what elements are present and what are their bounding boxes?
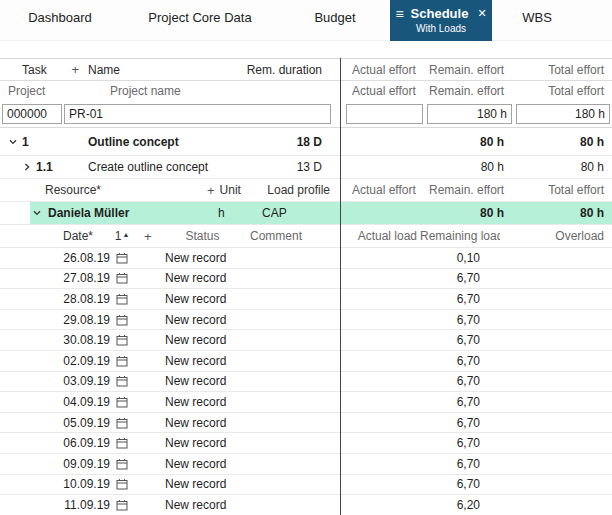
status-value: New record bbox=[160, 354, 245, 368]
calendar-icon[interactable] bbox=[112, 375, 132, 387]
calendar-icon[interactable] bbox=[112, 458, 132, 470]
table-row-load[interactable]: 11.09.19 New record 6,20 bbox=[0, 495, 612, 515]
table-row-load[interactable]: 30.08.19 New record 6,70 bbox=[0, 330, 612, 351]
project-total-effort-input[interactable]: 180 h bbox=[516, 104, 610, 124]
add-resource-icon[interactable]: + bbox=[207, 183, 215, 198]
calendar-icon[interactable] bbox=[112, 437, 132, 449]
table-row-resource[interactable]: Daniela Müller h CAP 80 h 80 h bbox=[0, 202, 612, 225]
date-value[interactable]: 03.09.19 bbox=[45, 374, 112, 388]
table-row-load[interactable]: 02.09.19 New record 6,70 bbox=[0, 351, 612, 372]
date-value[interactable]: 26.08.19 bbox=[45, 251, 112, 265]
task-name[interactable]: Create outline concept bbox=[85, 160, 232, 174]
table-row-load[interactable]: 27.08.19 New record 6,70 bbox=[0, 269, 612, 290]
date-value[interactable]: 11.09.19 bbox=[45, 498, 112, 512]
remaining-load-value[interactable]: 6,70 bbox=[420, 436, 484, 450]
date-value[interactable]: 29.08.19 bbox=[45, 313, 112, 327]
sort-indicator[interactable]: 1▲ bbox=[112, 229, 132, 243]
table-row-load[interactable]: 04.09.19 New record 6,70 bbox=[0, 392, 612, 413]
project-remain-effort-input[interactable]: 180 h bbox=[427, 104, 512, 124]
date-value[interactable]: 30.08.19 bbox=[45, 333, 112, 347]
table-row-task-1[interactable]: 1 Outline concept 18 D 80 h 80 h bbox=[0, 128, 612, 156]
calendar-icon[interactable] bbox=[112, 499, 132, 511]
date-value[interactable]: 05.09.19 bbox=[45, 416, 112, 430]
menu-icon[interactable]: ≡ bbox=[395, 7, 403, 21]
task-column-header: Task + bbox=[0, 62, 85, 77]
remain-effort-column-header: Remain. effort bbox=[426, 183, 512, 197]
table-row-load[interactable]: 06.09.19 New record 6,70 bbox=[0, 433, 612, 454]
calendar-icon[interactable] bbox=[112, 314, 132, 326]
close-icon[interactable]: ✕ bbox=[477, 7, 486, 20]
add-task-icon[interactable]: + bbox=[71, 62, 79, 77]
remain-effort-subheader: Remain. effort bbox=[426, 84, 512, 98]
total-effort-subheader: Total effort bbox=[512, 84, 612, 98]
resource-total-effort: 80 h bbox=[512, 206, 612, 220]
remaining-load-value[interactable]: 6,70 bbox=[420, 395, 484, 409]
date-value[interactable]: 27.08.19 bbox=[45, 271, 112, 285]
chevron-down-icon[interactable] bbox=[32, 208, 42, 218]
date-value[interactable]: 06.09.19 bbox=[45, 436, 112, 450]
actual-effort-column-header: Actual effort bbox=[346, 183, 426, 197]
toolbar-gap bbox=[0, 41, 612, 58]
table-row-load[interactable]: 03.09.19 New record 6,70 bbox=[0, 372, 612, 393]
resource-unit[interactable]: h bbox=[205, 206, 260, 220]
date-value[interactable]: 02.09.19 bbox=[45, 354, 112, 368]
task-rem-duration[interactable]: 18 D bbox=[232, 135, 332, 149]
remaining-load-value[interactable]: 6,70 bbox=[420, 374, 484, 388]
date-value[interactable]: 28.08.19 bbox=[45, 292, 112, 306]
project-id-input[interactable]: 000000 bbox=[2, 104, 62, 124]
remaining-load-value[interactable]: 6,70 bbox=[420, 313, 484, 327]
remaining-load-value[interactable]: 6,70 bbox=[420, 271, 484, 285]
task-name[interactable]: Outline concept bbox=[85, 135, 232, 149]
table-row-load[interactable]: 05.09.19 New record 6,70 bbox=[0, 413, 612, 434]
project-name-input[interactable]: PR-01 bbox=[64, 104, 331, 124]
remaining-load-value[interactable]: 6,70 bbox=[420, 333, 484, 347]
task-header-row: Task + Name Rem. duration Actual effort … bbox=[0, 59, 612, 81]
remaining-load-value[interactable]: 6,70 bbox=[420, 354, 484, 368]
calendar-icon[interactable] bbox=[112, 334, 132, 346]
table-row-load[interactable]: 10.09.19 New record 6,70 bbox=[0, 475, 612, 496]
calendar-icon[interactable] bbox=[112, 478, 132, 490]
status-value: New record bbox=[160, 313, 245, 327]
chevron-down-icon[interactable] bbox=[8, 137, 18, 147]
tab-project-core-data[interactable]: Project Core Data bbox=[120, 0, 280, 40]
table-row-task-1-1[interactable]: 1.1 Create outline concept 13 D 80 h 80 … bbox=[0, 156, 612, 179]
remaining-load-value[interactable]: 6,70 bbox=[420, 292, 484, 306]
calendar-icon[interactable] bbox=[112, 355, 132, 367]
date-value[interactable]: 10.09.19 bbox=[45, 477, 112, 491]
remaining-load-value[interactable]: 6,70 bbox=[420, 457, 484, 471]
tab-budget[interactable]: Budget bbox=[280, 0, 390, 40]
task-remain-effort[interactable]: 80 h bbox=[426, 160, 512, 174]
date-value[interactable]: 04.09.19 bbox=[45, 395, 112, 409]
add-load-row-icon[interactable]: + bbox=[132, 229, 160, 244]
resource-name[interactable]: Daniela Müller bbox=[45, 206, 205, 220]
tab-schedule[interactable]: ≡ Schedule ✕ With Loads bbox=[390, 0, 492, 41]
tab-wbs[interactable]: WBS bbox=[492, 0, 582, 40]
remaining-load-value[interactable]: 6,70 bbox=[420, 416, 484, 430]
calendar-icon[interactable] bbox=[112, 252, 132, 264]
table-row-load[interactable]: 26.08.19 New record 0,10 bbox=[0, 248, 612, 269]
chevron-right-icon[interactable] bbox=[22, 162, 32, 172]
task-remain-effort[interactable]: 80 h bbox=[426, 135, 512, 149]
table-row-load[interactable]: 28.08.19 New record 6,70 bbox=[0, 289, 612, 310]
table-row-load[interactable]: 29.08.19 New record 6,70 bbox=[0, 310, 612, 331]
task-wbs-number[interactable]: 1 bbox=[22, 135, 29, 149]
project-header-row: Project Project name Actual effort Remai… bbox=[0, 81, 612, 101]
calendar-icon[interactable] bbox=[112, 293, 132, 305]
task-rem-duration[interactable]: 13 D bbox=[232, 160, 332, 174]
date-column-header: Date* bbox=[45, 229, 112, 243]
table-row-load[interactable]: 09.09.19 New record 6,70 bbox=[0, 454, 612, 475]
remaining-load-value[interactable]: 0,10 bbox=[420, 251, 484, 265]
status-value: New record bbox=[160, 271, 245, 285]
calendar-icon[interactable] bbox=[112, 396, 132, 408]
tab-dashboard[interactable]: Dashboard bbox=[0, 0, 120, 40]
resource-remain-effort[interactable]: 80 h bbox=[426, 206, 512, 220]
resource-load-profile[interactable]: CAP bbox=[260, 206, 332, 220]
calendar-icon[interactable] bbox=[112, 272, 132, 284]
calendar-icon[interactable] bbox=[112, 417, 132, 429]
remaining-load-value[interactable]: 6,70 bbox=[420, 477, 484, 491]
project-actual-effort-input[interactable] bbox=[346, 104, 423, 124]
task-wbs-number[interactable]: 1.1 bbox=[36, 160, 53, 174]
project-name-column-header: Project name bbox=[85, 84, 232, 98]
remaining-load-value[interactable]: 6,20 bbox=[420, 498, 484, 512]
date-value[interactable]: 09.09.19 bbox=[45, 457, 112, 471]
